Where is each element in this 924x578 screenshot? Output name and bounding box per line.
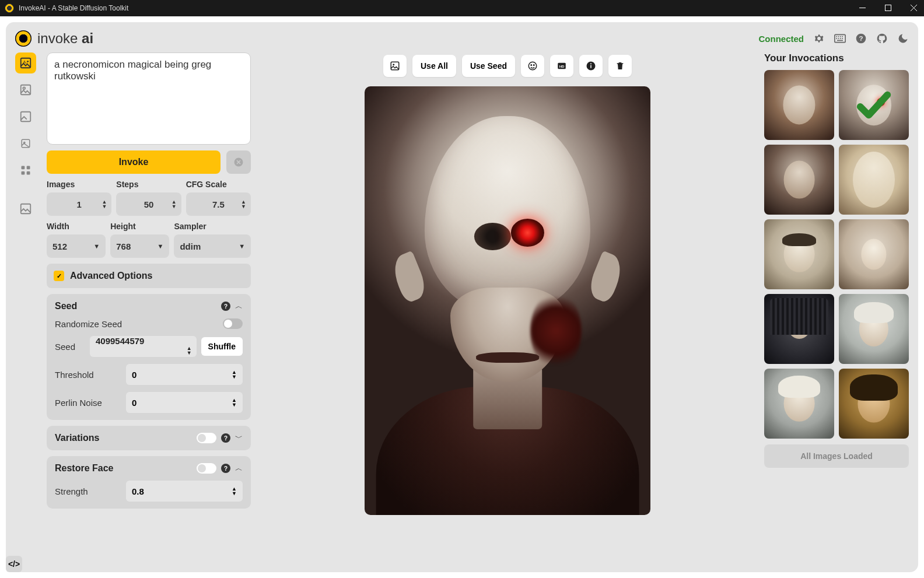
svg-rect-38 xyxy=(590,65,592,68)
invocations-grid xyxy=(764,70,909,439)
advanced-checkbox[interactable]: ✓ xyxy=(54,271,64,281)
cancel-button[interactable] xyxy=(226,150,251,174)
maximize-button[interactable] xyxy=(882,4,894,13)
generated-image xyxy=(365,86,650,515)
height-select[interactable]: 768▼ xyxy=(110,234,169,258)
invocation-thumb[interactable] xyxy=(764,294,834,364)
svg-rect-26 xyxy=(22,171,25,175)
variations-toggle[interactable] xyxy=(197,433,216,443)
advanced-options-toggle[interactable]: ✓ Advanced Options xyxy=(47,264,251,288)
code-button[interactable]: </> xyxy=(6,556,22,572)
brand: invoke ai xyxy=(15,30,93,47)
seed-help-icon[interactable]: ? xyxy=(221,302,230,311)
randomize-seed-label: Randomize Seed xyxy=(55,319,122,329)
tab-postprocess[interactable] xyxy=(15,198,36,219)
cfg-input[interactable]: 7.5▲▼ xyxy=(186,192,251,216)
svg-point-32 xyxy=(528,62,537,70)
seed-title: Seed xyxy=(55,301,77,311)
tab-image-to-image[interactable] xyxy=(15,79,36,100)
keyboard-icon[interactable] xyxy=(834,33,846,44)
strength-label: Strength xyxy=(55,486,88,496)
threshold-label: Threshold xyxy=(55,370,94,380)
svg-point-33 xyxy=(531,65,532,66)
brand-text: invoke ai xyxy=(37,30,93,47)
tab-text-to-image[interactable]: A↓ xyxy=(15,52,36,73)
svg-rect-11 xyxy=(840,38,841,39)
restore-face-toggle[interactable] xyxy=(197,463,216,474)
image-button[interactable] xyxy=(383,55,407,77)
tab-outpainting[interactable] xyxy=(15,133,36,154)
chevron-up-icon[interactable]: ︿ xyxy=(235,463,243,474)
info-button[interactable] xyxy=(579,55,603,77)
sampler-select[interactable]: ddim▼ xyxy=(174,234,251,258)
close-button[interactable] xyxy=(908,4,919,13)
brand-logo-icon xyxy=(15,30,32,47)
svg-text:?: ? xyxy=(859,34,863,42)
tab-nodes[interactable] xyxy=(15,160,36,181)
side-tab-bar: A↓ xyxy=(15,52,38,564)
delete-button[interactable] xyxy=(608,55,632,77)
app-logo-icon xyxy=(5,3,14,13)
images-input[interactable]: 1▲▼ xyxy=(47,192,111,216)
chevron-down-icon[interactable]: ﹀ xyxy=(235,433,243,443)
use-seed-button[interactable]: Use Seed xyxy=(462,55,515,77)
svg-rect-27 xyxy=(27,171,30,175)
minimize-button[interactable] xyxy=(856,4,868,13)
width-select[interactable]: 512▼ xyxy=(47,234,106,258)
width-label: Width xyxy=(47,222,106,231)
help-icon[interactable]: ? xyxy=(855,33,867,44)
invocation-thumb[interactable] xyxy=(839,219,909,289)
variations-help-icon[interactable]: ? xyxy=(221,433,230,443)
tab-inpainting[interactable] xyxy=(15,106,36,127)
svg-rect-5 xyxy=(836,36,837,37)
invocation-thumb[interactable] xyxy=(764,369,834,439)
steps-input[interactable]: 50▲▼ xyxy=(116,192,181,216)
randomize-seed-toggle[interactable] xyxy=(223,318,243,329)
invocation-thumb[interactable] xyxy=(839,294,909,364)
svg-rect-9 xyxy=(836,38,837,39)
window-title: InvokeAI - A Stable Diffusion Toolkit xyxy=(19,4,856,12)
invocation-thumb[interactable] xyxy=(839,369,909,439)
perlin-input[interactable]: 0▲▼ xyxy=(126,392,243,413)
use-all-button[interactable]: Use All xyxy=(412,55,456,77)
svg-rect-10 xyxy=(838,38,839,39)
svg-point-31 xyxy=(393,64,394,65)
face-button[interactable] xyxy=(521,55,544,77)
invocations-title: Your Invocations xyxy=(764,52,909,64)
images-label: Images xyxy=(47,180,111,189)
chevron-up-icon[interactable]: ︿ xyxy=(235,301,243,311)
cfg-label: CFG Scale xyxy=(186,180,251,189)
invocation-thumb[interactable] xyxy=(839,145,909,215)
svg-point-20 xyxy=(23,87,25,89)
prompt-input[interactable] xyxy=(47,52,251,145)
advanced-label: Advanced Options xyxy=(70,271,152,281)
theme-toggle-icon[interactable] xyxy=(897,33,909,44)
variations-title: Variations xyxy=(55,433,99,443)
invocation-thumb-selected[interactable] xyxy=(839,70,909,140)
height-label: Height xyxy=(110,222,169,231)
perlin-label: Perlin Noise xyxy=(55,398,102,408)
svg-rect-12 xyxy=(842,38,843,39)
restore-face-title: Restore Face xyxy=(55,463,114,474)
invocation-thumb[interactable] xyxy=(764,219,834,289)
variations-section[interactable]: Variations ? ﹀ xyxy=(47,426,251,450)
seed-label: Seed xyxy=(55,342,84,352)
svg-rect-28 xyxy=(21,204,31,214)
svg-point-18 xyxy=(27,61,29,62)
github-icon[interactable] xyxy=(876,33,888,44)
settings-icon[interactable] xyxy=(813,33,825,44)
shuffle-button[interactable]: Shuffle xyxy=(201,337,243,356)
invoke-button[interactable]: Invoke xyxy=(47,150,220,174)
restore-face-help-icon[interactable]: ? xyxy=(221,464,230,473)
threshold-input[interactable]: 0▲▼ xyxy=(126,364,243,385)
hd-button[interactable]: HD xyxy=(550,55,573,77)
seed-input[interactable]: 4099544579▲▼ xyxy=(90,336,197,357)
svg-rect-13 xyxy=(837,40,843,41)
invocation-thumb[interactable] xyxy=(764,70,834,140)
svg-rect-25 xyxy=(27,166,30,170)
svg-rect-7 xyxy=(840,36,841,37)
image-toolbar: Use All Use Seed HD xyxy=(383,55,632,77)
invocation-thumb[interactable] xyxy=(764,145,834,215)
strength-input[interactable]: 0.8▲▼ xyxy=(126,481,243,502)
sampler-label: Sampler xyxy=(174,222,251,231)
